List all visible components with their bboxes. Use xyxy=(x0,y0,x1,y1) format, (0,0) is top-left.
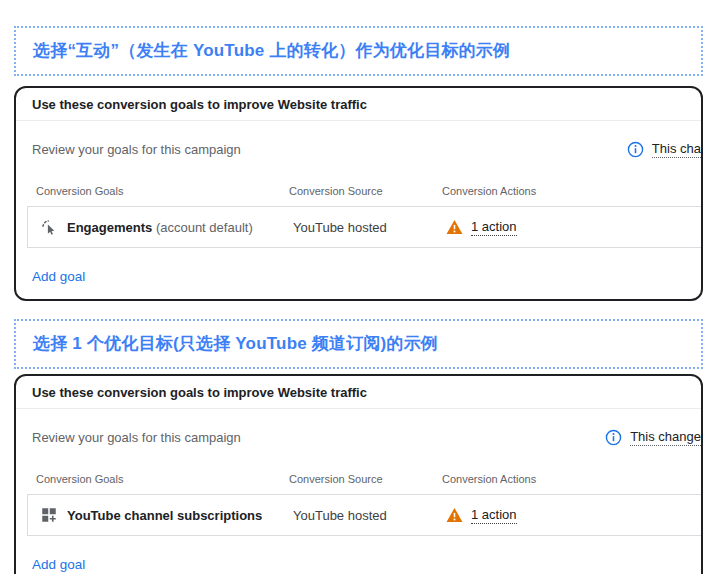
review-label: Review your goals for this campaign xyxy=(32,430,241,445)
subscriptions-grid-icon xyxy=(40,506,58,524)
actions-count-link[interactable]: 1 action xyxy=(471,507,517,524)
column-header-conversion-goals: Conversion Goals xyxy=(36,473,289,485)
info-icon xyxy=(605,429,622,446)
card-body: Review your goals for this campaign This… xyxy=(16,409,701,574)
goal-name: YouTube channel subscriptions xyxy=(67,508,262,523)
column-header-conversion-goals: Conversion Goals xyxy=(36,185,289,197)
review-label: Review your goals for this campaign xyxy=(32,142,241,157)
column-header-conversion-source: Conversion Source xyxy=(289,473,442,485)
example-heading-engagements: 选择“互动”（发生在 YouTube 上的转化）作为优化目标的示例 xyxy=(14,26,703,76)
review-row: Review your goals for this campaign This… xyxy=(32,139,701,159)
actions-cell: 1 action xyxy=(446,507,702,524)
column-header-conversion-actions: Conversion Actions xyxy=(442,185,701,197)
this-change-link[interactable]: This cha xyxy=(652,141,701,158)
conversion-source-value: YouTube hosted xyxy=(293,508,446,523)
add-goal-button[interactable]: Add goal xyxy=(32,269,85,284)
info-group: This change xyxy=(605,429,701,446)
heading-text: 选择 1 个优化目标(只选择 YouTube 频道订阅)的示例 xyxy=(33,334,438,353)
this-change-link[interactable]: This change xyxy=(630,429,701,446)
goal-cell: YouTube channel subscriptions xyxy=(40,506,293,524)
heading-text: 选择“互动”（发生在 YouTube 上的转化）作为优化目标的示例 xyxy=(33,41,510,60)
conversion-source-value: YouTube hosted xyxy=(293,220,446,235)
column-header-conversion-actions: Conversion Actions xyxy=(442,473,701,485)
table-row-subscriptions: YouTube channel subscriptions YouTube ho… xyxy=(27,494,703,536)
column-header-conversion-source: Conversion Source xyxy=(289,185,442,197)
goal-name: Engagements xyxy=(67,220,152,235)
actions-cell: 1 action xyxy=(446,219,702,236)
info-group: This cha xyxy=(627,141,701,158)
conversion-goals-card-2: Use these conversion goals to improve We… xyxy=(14,374,703,574)
card-title: Use these conversion goals to improve We… xyxy=(16,88,701,121)
actions-count-link[interactable]: 1 action xyxy=(471,219,517,236)
info-icon xyxy=(627,141,644,158)
add-goal-button[interactable]: Add goal xyxy=(32,557,85,572)
example-heading-subscriptions: 选择 1 个优化目标(只选择 YouTube 频道订阅)的示例 xyxy=(14,319,703,369)
page: 选择“互动”（发生在 YouTube 上的转化）作为优化目标的示例 Use th… xyxy=(0,0,718,574)
column-headers: Conversion Goals Conversion Source Conve… xyxy=(32,185,701,197)
column-headers: Conversion Goals Conversion Source Conve… xyxy=(32,473,701,485)
conversion-goals-card-1: Use these conversion goals to improve We… xyxy=(14,86,703,301)
engagement-cursor-icon xyxy=(40,218,58,236)
goal-label: Engagements (account default) xyxy=(67,220,253,235)
card-body: Review your goals for this campaign This… xyxy=(16,121,701,299)
goal-cell: Engagements (account default) xyxy=(40,218,293,236)
warning-icon xyxy=(446,219,463,235)
table-row-engagements: Engagements (account default) YouTube ho… xyxy=(27,206,703,248)
card-title: Use these conversion goals to improve We… xyxy=(16,376,701,409)
goal-label: YouTube channel subscriptions xyxy=(67,508,262,523)
warning-icon xyxy=(446,507,463,523)
review-row: Review your goals for this campaign This… xyxy=(32,427,701,447)
goal-note: (account default) xyxy=(156,220,253,235)
